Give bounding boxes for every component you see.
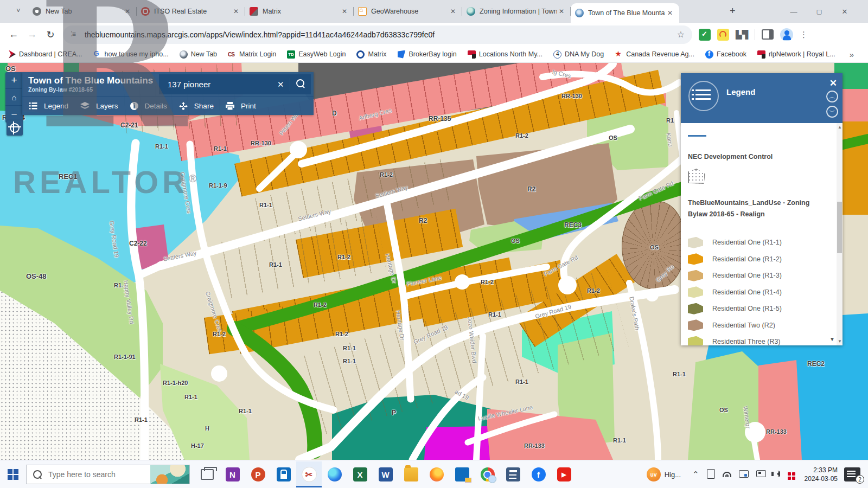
search-clear-icon[interactable]: ✕ xyxy=(272,80,290,89)
taskbar-facebook-icon[interactable]: f xyxy=(526,461,551,487)
security-icon[interactable] xyxy=(788,469,795,480)
taskbar-store-icon[interactable] xyxy=(271,461,296,487)
window-close-button[interactable]: ✕ xyxy=(832,0,857,23)
search-submit-button[interactable] xyxy=(290,79,311,89)
bookmark-item-11[interactable]: Facebook xyxy=(705,50,746,59)
legend-expand-icon[interactable]: ﹀ xyxy=(826,106,838,118)
browser-tab-1[interactable]: New Tab✕ xyxy=(28,0,137,23)
extensions-puzzle-icon[interactable]: ▙▜ xyxy=(736,30,748,40)
map-canvas[interactable]: OSRR-h24REC1C2-21R1-1R1-1RR-130R1-1-9R1-… xyxy=(0,63,868,460)
taskbar-edge-icon[interactable] xyxy=(322,461,347,487)
tab-close-icon[interactable]: ✕ xyxy=(340,8,349,15)
tab-close-icon[interactable]: ✕ xyxy=(665,9,675,17)
bookmark-item-2[interactable]: how to use my ipho... xyxy=(93,50,169,59)
scrollbar-thumb[interactable] xyxy=(837,202,842,253)
bookmark-item-7[interactable]: BrokerBay login xyxy=(398,50,457,59)
tab-title: Zoning Information | Town xyxy=(480,8,557,15)
taskbar-search[interactable] xyxy=(26,465,190,484)
taskbar-calculator-icon[interactable] xyxy=(500,461,526,487)
toolbar-print-button[interactable]: Print xyxy=(226,102,256,110)
bookmark-item-3[interactable]: New Tab xyxy=(180,50,217,59)
toolbar-details-button[interactable]: Details xyxy=(130,102,167,110)
bookmark-item-1[interactable]: Dashboard | CREA... xyxy=(8,50,82,59)
browser-tab-3[interactable]: Matrix✕ xyxy=(245,0,354,23)
bookmark-item-5[interactable]: EasyWeb Login xyxy=(287,50,346,59)
browser-menu-icon[interactable]: ⋮ xyxy=(800,30,808,40)
bookmarks-overflow-icon[interactable]: » xyxy=(850,50,854,59)
bookmark-item-4[interactable]: Matrix Login xyxy=(228,50,276,59)
map-label: R2 xyxy=(527,185,535,193)
toolbar-share-button[interactable]: Share xyxy=(179,102,214,110)
home-button[interactable]: ⌂ xyxy=(5,89,23,106)
map-label: R1-1-9 xyxy=(209,182,227,189)
legend-scrollbar[interactable]: ▲ ▼ xyxy=(837,123,843,345)
edge-icon xyxy=(328,467,342,481)
taskbar-snip-icon[interactable]: ✂ xyxy=(296,461,322,487)
back-button[interactable]: ← xyxy=(4,25,23,44)
tray-app-icon[interactable]: uv xyxy=(647,467,661,481)
window-maximize-button[interactable]: ▢ xyxy=(807,0,832,23)
bookmark-item-8[interactable]: Locations North My... xyxy=(468,50,542,59)
toolbar-layers-button[interactable]: Layers xyxy=(80,102,118,110)
taskbar-word-icon[interactable]: W xyxy=(373,461,398,487)
bookmark-label: Locations North My... xyxy=(479,50,542,58)
profile-avatar[interactable] xyxy=(780,28,793,41)
tab-close-icon[interactable]: ✕ xyxy=(123,8,132,15)
tab-close-icon[interactable]: ✕ xyxy=(557,8,566,15)
bookmark-item-10[interactable]: Canada Revenue Ag... xyxy=(615,50,694,59)
wifi-icon[interactable] xyxy=(723,471,731,479)
toolbar-legend-button[interactable]: Legend xyxy=(29,102,68,110)
legend-more-icon[interactable]: ▼ xyxy=(829,336,835,342)
extension-check-icon[interactable] xyxy=(699,29,711,41)
taskbar-explorer-icon[interactable] xyxy=(398,461,424,487)
side-panel-icon[interactable] xyxy=(762,29,774,40)
tab-close-icon[interactable]: ✕ xyxy=(448,8,458,15)
tab-search-chevron-icon[interactable]: ˅ xyxy=(16,7,21,15)
bookmark-item-9[interactable]: DNA My Dog xyxy=(553,50,604,59)
legend-item-2: Residential One (R1-2) xyxy=(688,251,829,268)
extension-gauge-icon[interactable] xyxy=(717,29,729,41)
bookmark-star-icon[interactable]: ☆ xyxy=(677,29,685,40)
zoom-in-button[interactable]: + xyxy=(5,72,23,89)
volume-icon[interactable] xyxy=(774,471,780,479)
scroll-down-icon[interactable]: ▼ xyxy=(838,339,842,344)
new-tab-button[interactable]: + xyxy=(730,5,736,17)
legend-close-icon[interactable]: ✕ xyxy=(829,78,837,89)
site-settings-icon[interactable]: ⁚≡ xyxy=(71,30,79,39)
taskbar-excel-icon[interactable]: X xyxy=(347,461,373,487)
omnibox[interactable]: ⁚≡ thebluemountains.maps.arcgis.com/apps… xyxy=(63,25,692,44)
tray-overflow-icon[interactable]: ⌃ xyxy=(692,470,699,479)
tray-app-label[interactable]: Hig... xyxy=(665,471,681,479)
legend-collapse-icon[interactable]: ︿ xyxy=(826,91,838,102)
taskbar-search-input[interactable] xyxy=(47,470,136,479)
search-input[interactable] xyxy=(167,79,272,89)
browser-tab-5[interactable]: Zoning Information | Town✕ xyxy=(462,0,571,23)
url-text[interactable]: thebluemountains.maps.arcgis.com/apps/Vi… xyxy=(85,30,435,39)
map-label: R1-2 xyxy=(314,301,327,308)
taskbar-task-view-icon[interactable] xyxy=(194,461,220,487)
taskbar-outlook-icon[interactable] xyxy=(449,461,475,487)
browser-tab-6[interactable]: Town of The Blue Mountai✕ xyxy=(571,3,679,23)
notification-center-icon[interactable]: 2 xyxy=(844,467,860,481)
locate-button[interactable] xyxy=(7,120,23,136)
search-highlight-image[interactable] xyxy=(150,465,189,484)
start-button[interactable] xyxy=(8,469,18,480)
taskbar-chrome-profile-icon[interactable] xyxy=(475,461,500,487)
taskbar-onenote-icon[interactable]: N xyxy=(220,461,245,487)
camera-icon[interactable] xyxy=(756,470,766,479)
reload-button[interactable]: ↻ xyxy=(41,25,60,44)
forward-button[interactable]: → xyxy=(23,25,41,44)
clock[interactable]: 2:33 PM 2024-03-05 xyxy=(805,466,838,483)
tablet-icon[interactable] xyxy=(707,469,715,480)
cast-icon[interactable] xyxy=(739,470,749,479)
bookmark-item-12[interactable]: rlpNetwork | Royal L... xyxy=(757,50,835,59)
window-minimize-button[interactable]: — xyxy=(781,0,806,23)
taskbar-powerpoint-icon[interactable]: P xyxy=(245,461,271,487)
taskbar-youtube-icon[interactable]: ▶ xyxy=(551,461,577,487)
browser-tab-2[interactable]: ITSO Real Estate✕ xyxy=(137,0,245,23)
taskbar-firefox-icon[interactable] xyxy=(424,461,449,487)
scroll-up-icon[interactable]: ▲ xyxy=(838,125,842,130)
bookmark-item-6[interactable]: Matrix xyxy=(356,50,386,59)
browser-tab-4[interactable]: GeoWarehouse✕ xyxy=(354,0,462,23)
tab-close-icon[interactable]: ✕ xyxy=(231,8,241,15)
